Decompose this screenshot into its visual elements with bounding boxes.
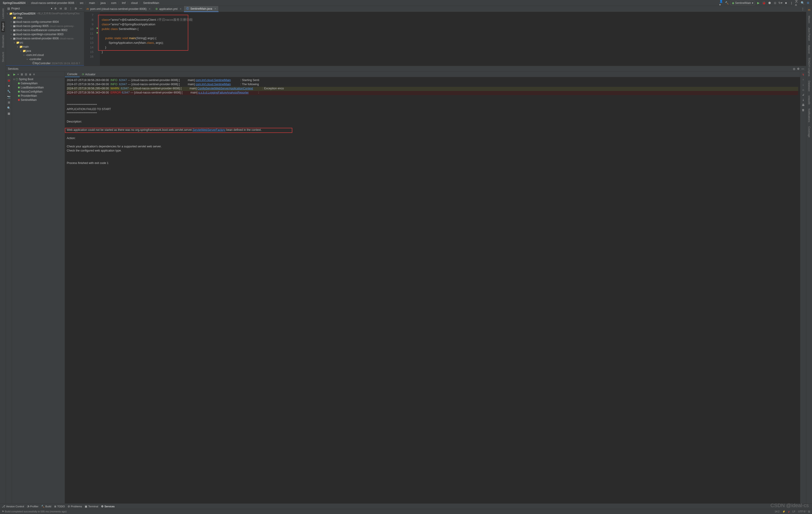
right-rail-tab[interactable]: Maven [807, 14, 811, 25]
breadcrumb-item[interactable]: src [79, 1, 84, 5]
services-toolbar-btn[interactable]: ≡ [33, 73, 35, 76]
editor-tab[interactable]: mpom.xml (cloud-nacos-sentinel-provider-… [84, 6, 153, 12]
breadcrumb-item[interactable]: SentinelMain [142, 1, 160, 5]
error-nav-icon[interactable]: ↯ [802, 73, 804, 76]
ide-icon[interactable]: ◎ [793, 67, 795, 71]
hide-icon[interactable]: — [802, 67, 804, 71]
print-icon[interactable]: 🖶 [802, 103, 805, 107]
settings-icon[interactable]: ⚙ [74, 7, 78, 10]
tree-item[interactable]: >▣ cloud-nacos-loadBalancer-consumer-900… [6, 28, 84, 32]
bottom-tab-services[interactable]: ⚙Services [101, 505, 115, 508]
left-rail-tab-structure[interactable]: Structure [1, 50, 5, 63]
left-rail-tab-bookmarks[interactable]: Bookmarks [1, 34, 5, 49]
clear-icon[interactable]: 🗑 [802, 108, 805, 112]
breadcrumb-item[interactable]: java [100, 1, 107, 5]
editor-tab[interactable]: ⚙application.yml× [153, 6, 184, 12]
breadcrumb-item[interactable]: main [88, 1, 96, 5]
tree-item[interactable]: Ⓒ MyController2024/7/25 19:19, 815 B 7 [6, 61, 84, 65]
tree-item[interactable]: >▣ cloud-nacos-openfeign-consumer-9003 [6, 32, 84, 36]
target-icon[interactable]: ⊚ [54, 7, 57, 10]
bolt-icon[interactable]: ⚡ [782, 510, 786, 513]
debug-icon[interactable]: 🐞 [7, 79, 11, 82]
services-tree-item[interactable]: SentinelMain [12, 98, 65, 102]
camera-icon[interactable]: 📷 [7, 95, 11, 99]
scroll-icon[interactable]: ⤓ [802, 98, 804, 102]
run-icon[interactable]: ▶ [7, 73, 11, 77]
services-tree-item[interactable]: NacosConfigMain [12, 89, 65, 94]
services-toolbar-btn[interactable]: ≣ [29, 73, 31, 76]
right-rail-tab[interactable]: Json Parser [807, 26, 811, 43]
coverage-button[interactable]: ⬢ [767, 1, 772, 5]
console-tab[interactable]: Console [65, 72, 80, 77]
editor-tabs-more[interactable]: ⋮ [800, 7, 806, 10]
services-toolbar-btn[interactable]: ⊟ [25, 73, 27, 76]
code-area[interactable]: class="anno">@EnableDiscoveryClient //开启… [100, 12, 806, 65]
chevron-down-icon[interactable]: ▾ [51, 7, 52, 10]
tree-item[interactable]: v📁 main [6, 45, 84, 49]
bottom-tab-build[interactable]: 🔨Build [41, 505, 51, 508]
bottom-tab-problems[interactable]: ⊘Problems [68, 505, 82, 508]
search-icon[interactable]: 🔍 [801, 1, 805, 5]
breadcrumb-item[interactable]: cloud [130, 1, 139, 5]
more-run-icon[interactable]: ↻▾ [778, 1, 783, 5]
services-tree-item[interactable]: LoadBalancerMain [12, 85, 65, 89]
tree-item[interactable]: v📁 src [6, 40, 84, 45]
tree-root[interactable]: v📁 SpringCloud2024~/私人文件夹/JavaProjects/S… [6, 11, 84, 16]
profile-button[interactable]: ⊙ [773, 1, 777, 5]
status-lf[interactable]: LF [792, 510, 795, 513]
right-rail-tab[interactable]: Coverage [807, 125, 811, 139]
settings-icon[interactable]: ⚙ [806, 1, 810, 5]
status-position[interactable]: 14:2 [775, 510, 779, 513]
editor-body[interactable]: 78910111213141516 ▶▶ class="anno">@Enabl… [84, 12, 806, 65]
run-config-dropdown[interactable]: ◉ SentinelMain ▾ [730, 1, 755, 5]
hide-icon[interactable]: — [79, 7, 83, 10]
services-tree[interactable]: ▶+⊞⊟≣≡ v ⬡ Spring BootGatewayMainLoadBal… [12, 72, 65, 504]
project-tree[interactable]: v📁 SpringCloud2024~/私人文件夹/JavaProjects/S… [6, 11, 84, 65]
wrap-icon[interactable]: ↲ [802, 93, 804, 97]
layout-icon[interactable]: ▦ [7, 112, 11, 115]
user-icon[interactable]: 👤▾ [719, 1, 723, 5]
services-tree-item[interactable]: ProviderMain [12, 94, 65, 98]
bottom-tab-profiler[interactable]: ◔Profiler [27, 505, 38, 508]
services-toolbar-btn[interactable]: ⊞ [21, 73, 23, 76]
services-toolbar-btn[interactable]: ▶ [13, 73, 16, 76]
services-tree-root[interactable]: v ⬡ Spring Boot [12, 77, 65, 81]
bottom-tab-terminal[interactable]: ▣Terminal [85, 505, 98, 508]
right-rail-tab[interactable]: TONGYI Lingma [807, 56, 811, 78]
tree-item[interactable]: v▫ com.lmf.cloud [6, 53, 84, 57]
left-rail-tab-project[interactable]: Project [1, 21, 5, 32]
expand-all-icon[interactable]: ⇉ [59, 7, 62, 10]
right-rail-tab[interactable]: iclasslib [807, 94, 811, 106]
console-output[interactable]: 2024-07-25T19:39:56.263+08:00 INFO 62847… [65, 77, 800, 504]
right-rail-tab[interactable]: Database [807, 79, 811, 93]
breadcrumb-item[interactable]: lmf [121, 1, 126, 5]
breadcrumb-item[interactable]: SpringCloud2024 [2, 1, 26, 5]
tree-item[interactable]: >▣ cloud-nacos-gateway-9005cloud-nacos-g… [6, 24, 84, 28]
tree-item[interactable]: v▣ cloud-nacos-sentinel-provider-9006clo… [6, 36, 84, 40]
editor-tab[interactable]: ⒸSentinelMain.java× [184, 6, 219, 12]
breadcrumb-item[interactable]: cloud-nacos-sentinel-provider-9006 [30, 1, 75, 5]
tree-item[interactable]: v▫ controller [6, 57, 84, 61]
hammer-icon[interactable]: 🔨 [725, 1, 729, 5]
project-panel-title[interactable]: Project [11, 7, 50, 10]
down-icon[interactable]: ↓ [803, 83, 804, 86]
services-tree-item[interactable]: GatewayMain [12, 81, 65, 85]
bottom-tab-todo[interactable]: ≣TODO [54, 505, 65, 508]
debug-button[interactable]: 🐞 [762, 1, 766, 5]
console-tab[interactable]: ⟳Actuator [80, 72, 98, 77]
right-rail-tab[interactable]: Notifications [807, 107, 811, 124]
breadcrumb-item[interactable]: com [110, 1, 117, 5]
zoom-icon[interactable]: 🔍 [7, 106, 11, 110]
bottom-tab-version-control[interactable]: ⎇Version Control [2, 505, 24, 508]
translate-icon[interactable]: 文A [795, 1, 799, 5]
filter-icon[interactable]: ⊞ [7, 101, 11, 104]
run-button[interactable]: ▶ [756, 1, 760, 5]
up-icon[interactable]: ↑ [803, 78, 804, 81]
tree-item[interactable]: >▣ cloud-nacos-config-consumer-9004 [6, 20, 84, 24]
tree-item[interactable]: v📁 java [6, 49, 84, 53]
y-icon[interactable]: y [788, 510, 790, 513]
right-rail-tab[interactable]: Apipost [807, 44, 811, 55]
left-rail-tab-leetcode[interactable]: Leetcode [1, 7, 5, 20]
wrench-icon[interactable]: 🔧 [7, 89, 11, 93]
services-toolbar-btn[interactable]: + [17, 73, 19, 76]
